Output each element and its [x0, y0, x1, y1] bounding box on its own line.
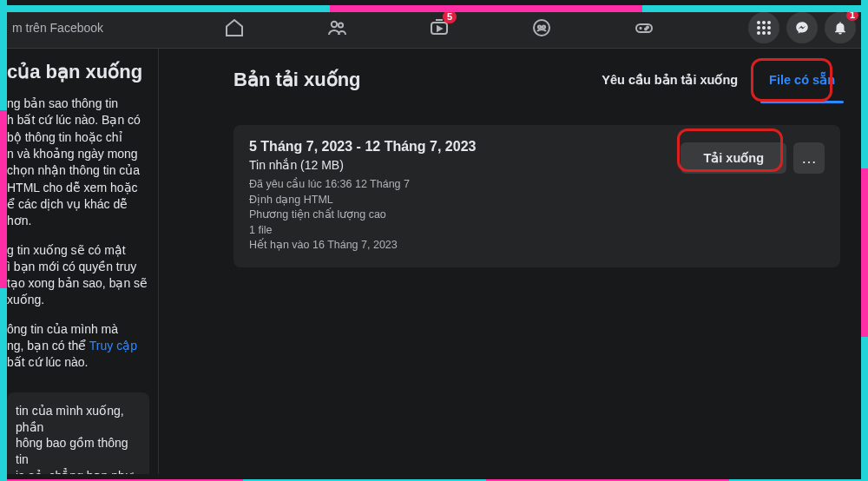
svg-point-0	[332, 21, 337, 26]
messenger-button[interactable]	[786, 12, 818, 43]
notifications-button[interactable]: 1	[825, 12, 856, 43]
home-icon[interactable]	[210, 7, 259, 49]
download-date-range: 5 Tháng 7, 2023 - 12 Tháng 7, 2023	[249, 139, 670, 155]
download-button[interactable]: Tải xuống	[681, 142, 786, 174]
more-button[interactable]: …	[793, 142, 825, 174]
download-item-info: 5 Tháng 7, 2023 - 12 Tháng 7, 2023 Tin n…	[249, 139, 670, 254]
sidebar-paragraph-3: ông tin của mình màng, bạn có thể Truy c…	[7, 321, 149, 372]
svg-rect-6	[636, 24, 652, 32]
download-meta-files: 1 file	[249, 223, 670, 239]
friends-icon[interactable]	[312, 7, 361, 49]
download-actions: Tải xuống …	[681, 139, 825, 174]
sidebar-title: của bạn xuống	[7, 61, 149, 83]
download-item-card: 5 Tháng 7, 2023 - 12 Tháng 7, 2023 Tin n…	[233, 125, 840, 267]
sidebar-paragraph-1: ng bản sao thông tinh bất cứ lúc nào. Bạ…	[7, 96, 149, 230]
decorative-frame-bottom	[0, 474, 868, 481]
svg-point-1	[339, 23, 343, 27]
sidebar-info-card: tin của mình xuống, phầnhông bao gồm thô…	[7, 392, 149, 474]
gaming-icon[interactable]	[620, 7, 668, 49]
download-meta-expiry: Hết hạn vào 16 Tháng 7, 2023	[249, 238, 670, 254]
tab-request-download[interactable]: Yêu cầu bản tải xuống	[596, 59, 743, 101]
grid-icon	[757, 21, 771, 35]
svg-point-3	[534, 20, 549, 36]
watch-icon[interactable]: 5	[415, 7, 464, 49]
main-content: Bản tải xuống Yêu cầu bản tải xuống File…	[158, 49, 861, 474]
svg-point-4	[538, 25, 541, 28]
sidebar: của bạn xuống ng bản sao thông tinh bất …	[7, 49, 158, 474]
top-navbar: m trên Facebook 5 1	[7, 7, 861, 49]
messenger-icon	[794, 20, 810, 36]
groups-icon[interactable]	[517, 7, 566, 49]
sidebar-paragraph-2: g tin xuống sẽ có mậtì bạn mới có quyền …	[7, 242, 149, 309]
download-meta-media: Phương tiện chất lượng cao	[249, 208, 670, 223]
access-link[interactable]: Truy cập	[89, 339, 137, 353]
search-input[interactable]: m trên Facebook	[7, 21, 163, 35]
nav-tabs: 5	[163, 7, 748, 49]
sidebar-card-p1: tin của mình xuống, phầnhông bao gồm thô…	[16, 403, 141, 474]
download-meta-format: Định dạng HTML	[249, 193, 670, 208]
page-title: Bản tải xuống	[233, 69, 575, 91]
download-meta-requested: Đã yêu cầu lúc 16:36 12 Tháng 7	[249, 177, 670, 193]
svg-point-8	[645, 28, 647, 30]
menu-grid-button[interactable]	[748, 12, 779, 43]
bell-icon	[832, 20, 848, 36]
download-subtitle: Tin nhắn (12 MB)	[249, 158, 670, 172]
decorative-frame-left	[0, 0, 7, 481]
page-header: Bản tải xuống Yêu cầu bản tải xuống File…	[233, 56, 840, 104]
nav-right: 1	[748, 12, 861, 43]
decorative-frame-right	[861, 0, 868, 481]
tab-available-file[interactable]: File có sẵn	[764, 59, 840, 101]
decorative-frame-top	[0, 0, 868, 7]
svg-point-5	[542, 25, 545, 28]
